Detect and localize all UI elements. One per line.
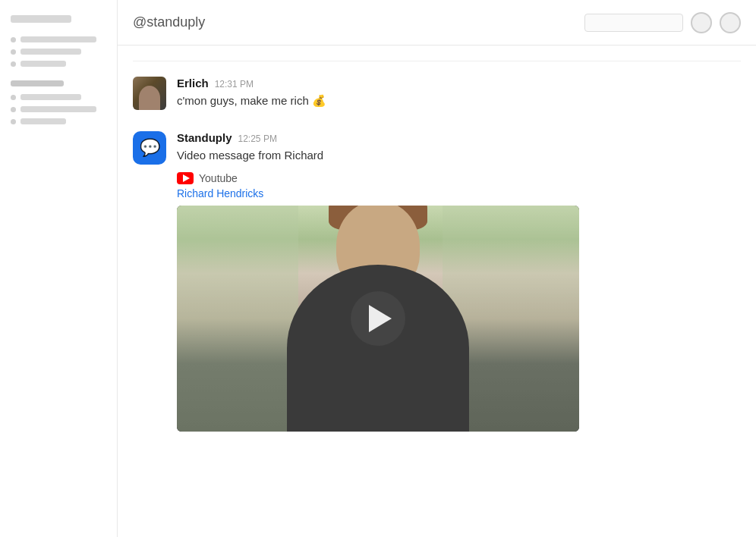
sidebar-item[interactable] — [11, 36, 106, 42]
search-bar[interactable] — [584, 14, 683, 32]
sidebar-item[interactable] — [11, 49, 106, 55]
sidebar-dot — [11, 61, 16, 67]
sidebar-group-2 — [11, 80, 106, 124]
sidebar-dot — [11, 107, 16, 112]
message-text-erlich: c'mon guys, make me rich 💰 — [177, 93, 741, 110]
messages-divider — [133, 61, 741, 61]
sidebar-line — [20, 49, 81, 55]
youtube-channel-link[interactable]: Richard Hendricks — [177, 187, 579, 199]
sidebar-item[interactable] — [11, 61, 106, 67]
channel-title: @standuply — [133, 14, 205, 30]
sidebar-dot — [11, 95, 16, 100]
message-time-erlich: 12:31 PM — [215, 79, 254, 90]
youtube-play-logo — [183, 174, 190, 182]
thumbnail-person-body — [287, 265, 469, 432]
youtube-source-row: Youtube — [177, 172, 579, 184]
avatar-erlich — [133, 77, 166, 110]
youtube-source-label: Youtube — [199, 172, 238, 184]
sidebar-line — [20, 106, 96, 112]
sidebar-workspace-bar — [11, 15, 71, 23]
header-actions — [584, 12, 741, 33]
sidebar-group-1 — [11, 36, 106, 67]
avatar-standuply: 💬 — [133, 131, 166, 165]
message-standuply: 💬 Standuply 12:25 PM Video message from … — [133, 131, 741, 432]
sidebar-dot — [11, 37, 16, 42]
standuply-icon: 💬 — [140, 140, 160, 156]
message-content-erlich: Erlich 12:31 PM c'mon guys, make me rich… — [177, 77, 741, 110]
youtube-icon — [177, 172, 194, 184]
sidebar-section-label — [11, 80, 64, 86]
sidebar-item[interactable] — [11, 118, 106, 124]
sidebar-dot — [11, 119, 16, 124]
message-header-standuply: Standuply 12:25 PM — [177, 131, 741, 144]
message-text-standuply: Video message from Richard — [177, 147, 741, 165]
message-author-standuply: Standuply — [177, 131, 232, 144]
header-circle-button-1[interactable] — [691, 12, 712, 33]
play-button[interactable] — [351, 291, 405, 346]
sidebar-line — [20, 36, 96, 42]
youtube-thumbnail[interactable] — [177, 206, 579, 432]
header-circle-button-2[interactable] — [720, 12, 741, 33]
sidebar-item[interactable] — [11, 106, 106, 112]
message-content-standuply: Standuply 12:25 PM Video message from Ri… — [177, 131, 741, 432]
sidebar-dot — [11, 49, 16, 55]
sidebar-line — [20, 94, 81, 100]
sidebar-item[interactable] — [11, 94, 106, 100]
sidebar-line — [20, 118, 66, 124]
thumbnail-window-left — [177, 206, 298, 432]
youtube-embed-card: Youtube Richard Hendricks — [177, 172, 579, 432]
sidebar-line — [20, 61, 66, 67]
message-time-standuply: 12:25 PM — [238, 133, 277, 144]
message-author-erlich: Erlich — [177, 77, 209, 90]
sidebar — [0, 0, 118, 537]
main-panel: @standuply Erlich 12:31 PM c'mon guys, m… — [118, 0, 756, 537]
channel-header: @standuply — [118, 0, 756, 46]
message-erlich: Erlich 12:31 PM c'mon guys, make me rich… — [133, 77, 741, 110]
messages-area: Erlich 12:31 PM c'mon guys, make me rich… — [118, 46, 756, 537]
play-triangle-icon — [369, 305, 392, 332]
message-header-erlich: Erlich 12:31 PM — [177, 77, 741, 90]
